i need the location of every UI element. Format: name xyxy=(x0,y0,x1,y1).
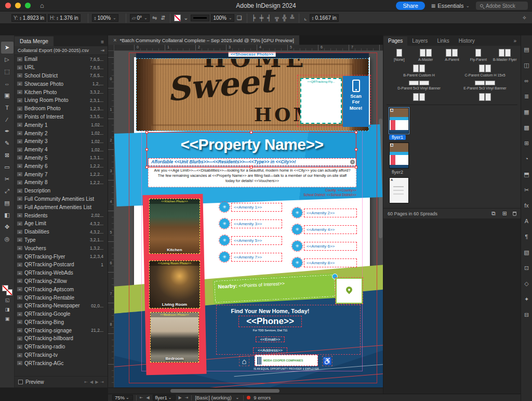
merge-field-row[interactable]: Amenity 5 1,3,1... xyxy=(15,154,108,162)
page-thumbnail[interactable]: A xyxy=(389,177,409,203)
close-tab-icon[interactable] xyxy=(113,37,116,43)
pasteboard-canvas[interactable]: HOME Sweet HOME <<Showcase Photo>> <<QRT… xyxy=(114,51,383,387)
master-page[interactable]: A-Master xyxy=(413,49,438,62)
tool-icon[interactable]: ▣ xyxy=(1,89,14,101)
dock-panel-icon[interactable]: ◔ xyxy=(525,151,528,166)
body-copy[interactable]: Are you <<Age Limit>>—<<Disabilities>>—l… xyxy=(148,166,356,187)
flip-icon[interactable] xyxy=(159,15,166,21)
last-page-icon[interactable]: ⇥ xyxy=(185,395,189,400)
panel-tab[interactable]: Links xyxy=(432,36,454,46)
master-page[interactable]: E-Parent 5x3 Vinyl Banner xyxy=(453,81,517,90)
align-center-icon[interactable] xyxy=(258,15,264,21)
master-page[interactable]: A-Parent xyxy=(440,49,465,62)
screen-mode-icon[interactable]: ▣ xyxy=(1,314,14,324)
merge-field-row[interactable]: QRTracking-Newspaper 02,0... xyxy=(15,302,108,310)
amenity-field[interactable]: <<Amenity 4>> xyxy=(292,224,357,235)
merge-field-row[interactable]: QRTracking-billboard xyxy=(15,334,108,343)
phone-merge-tag[interactable]: <<Phone>> xyxy=(238,316,302,327)
tool-icon[interactable]: ✎ xyxy=(1,137,14,149)
dock-panel-icon[interactable]: ✦ xyxy=(524,291,529,307)
align-top-icon[interactable] xyxy=(274,15,280,21)
merge-field-row[interactable]: Amenity 4 1,02... xyxy=(15,146,108,154)
page-item[interactable]: A xyxy=(389,177,517,204)
error-count[interactable]: 9 errors xyxy=(254,395,271,400)
master-page[interactable] xyxy=(453,93,517,102)
horizontal-ruler[interactable]: 01234567 xyxy=(114,45,383,51)
export-source-icon[interactable] xyxy=(100,48,104,53)
first-page-icon[interactable]: ⇤ xyxy=(140,395,143,400)
preflight-profile[interactable]: [Basic] (working) xyxy=(195,395,231,400)
apply-color-icon[interactable]: ◨ xyxy=(1,305,14,314)
page-label[interactable]: flyer1 xyxy=(389,135,406,140)
fill-stroke-swatches[interactable] xyxy=(2,285,12,295)
align-left-icon[interactable] xyxy=(251,15,257,21)
dock-panel-icon[interactable]: fx xyxy=(524,198,529,213)
vertical-ruler[interactable]: 012345678 xyxy=(108,51,114,387)
corner-radius-field-2[interactable]: 0.1667 in xyxy=(310,14,339,22)
new-page-icon[interactable] xyxy=(501,211,508,216)
formatting-affects-icon[interactable]: ◱ xyxy=(1,295,14,305)
merge-field-row[interactable]: QRTracking-Rentable xyxy=(15,293,108,302)
master-page[interactable]: B-Master Flyer xyxy=(492,49,517,62)
amenity-field[interactable]: <<Amenity 6>> xyxy=(292,241,357,251)
page-thumbnail[interactable]: A xyxy=(389,108,409,134)
dock-panel-icon[interactable]: ◫ xyxy=(524,57,529,73)
photo-placeholder[interactable]: <<Living Room Photo>> Living Room xyxy=(149,261,200,308)
dock-panel-icon[interactable]: ∞ xyxy=(525,73,529,88)
merge-field-row[interactable]: Vouchers 1,3,2... xyxy=(15,244,108,252)
merge-field-row[interactable]: Disabilities 4,3,2... xyxy=(15,228,108,236)
photo-placeholder[interactable]: <<Kitchen Photo>> Kitchen xyxy=(149,199,200,254)
align-bottom-icon[interactable] xyxy=(289,15,296,21)
data-merge-tab[interactable]: Data Merge xyxy=(15,36,54,46)
merge-field-row[interactable]: QRTracking-Postcard 1 xyxy=(15,261,108,269)
panel-tab[interactable]: Pages xyxy=(383,36,407,46)
dock-panel-icon[interactable]: ¶ xyxy=(525,229,528,244)
share-button[interactable]: Share xyxy=(396,2,424,10)
merge-field-row[interactable]: QRTracking-radio xyxy=(15,343,108,351)
drop-shadow-icon[interactable] xyxy=(236,15,243,21)
tool-icon[interactable]: ⊠ xyxy=(1,149,14,161)
collapse-panel-icon[interactable] xyxy=(509,36,521,45)
tool-icon[interactable]: ✒ xyxy=(1,125,14,137)
dock-panel-icon[interactable]: A xyxy=(525,213,528,229)
close-window-icon[interactable] xyxy=(5,3,11,8)
merge-field-row[interactable]: QRTracking-Zillow xyxy=(15,277,108,286)
data-source-row[interactable]: Collateral Export (09-20-2025).csv xyxy=(15,46,108,55)
amenity-field[interactable]: <<Amenity 3>> xyxy=(219,218,282,229)
dock-panel-icon[interactable]: ▩ xyxy=(524,120,529,135)
master-page[interactable]: C-Parent Custom H 15x5 xyxy=(453,64,517,77)
panel-menu-icon[interactable] xyxy=(97,37,108,46)
document-tab[interactable]: *Batch Community Collateral Complete – S… xyxy=(108,35,299,45)
scan-strip[interactable]: Scan For More! xyxy=(343,76,369,127)
property-name-text[interactable]: <<Property Name>> xyxy=(141,134,363,156)
dock-panel-icon[interactable]: ⊞ xyxy=(524,135,529,151)
tool-icon[interactable]: ⤢ xyxy=(1,185,14,197)
merge-field-row[interactable]: Amenity 2 1,02... xyxy=(15,129,108,137)
amenity-field[interactable]: <<Amenity 8>> xyxy=(292,257,357,268)
photo-placeholder[interactable]: <<Bedroom Photo>> Bedroom xyxy=(150,312,199,363)
map-pin-box[interactable] xyxy=(336,278,363,304)
scrollbar-thumb[interactable] xyxy=(170,389,280,393)
amenity-field[interactable]: <<Amenity 7>> xyxy=(219,252,282,262)
scrollbar-thumb[interactable] xyxy=(379,119,382,238)
tool-icon[interactable]: ▤ xyxy=(1,197,14,209)
tool-icon[interactable]: ➤ xyxy=(1,42,14,54)
merge-field-row[interactable]: QRTracking-Bing xyxy=(15,318,108,327)
amenity-field[interactable]: <<Amenity 2>> xyxy=(292,208,357,218)
address-merge-tag[interactable]: <<Address>> xyxy=(253,347,287,353)
stepper-icon[interactable] xyxy=(56,16,59,20)
zoom-level-field[interactable]: 75% xyxy=(112,395,133,400)
nearby-bar[interactable]: Nearby: <<Points of Interest>> xyxy=(212,273,337,304)
panel-options-icon[interactable] xyxy=(521,15,528,21)
tool-icon[interactable]: ◧ xyxy=(1,209,14,221)
stepper-icon[interactable] xyxy=(94,16,97,20)
align-right-icon[interactable] xyxy=(266,15,272,21)
shear-angle-field[interactable]: ▱0° xyxy=(130,14,150,22)
blurb-field[interactable]: Affordable <<Unit Blurbs>>—<<Residents>>… xyxy=(148,158,356,166)
align-middle-icon[interactable] xyxy=(282,15,288,21)
vertical-scrollbar[interactable] xyxy=(378,51,383,387)
window-controls[interactable] xyxy=(5,3,31,8)
email-merge-tag[interactable]: <<Email>> xyxy=(256,337,285,342)
merge-field-row[interactable]: Showcase Photo 1,2,... xyxy=(15,80,108,88)
panel-tab[interactable]: History xyxy=(454,36,480,46)
